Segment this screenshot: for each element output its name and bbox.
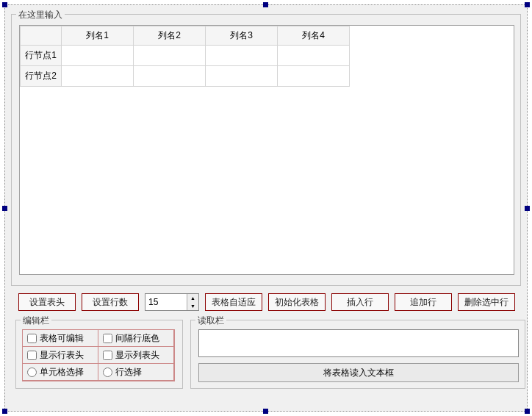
table-groupbox: 在这里输入 列名1 列名2 列名3 列名4 行节点1 行 [11, 14, 521, 286]
checkbox-icon[interactable] [27, 351, 37, 360]
checkbox-icon[interactable] [27, 334, 37, 343]
show-col-header-checkbox[interactable]: 显示列表头 [98, 346, 174, 364]
edit-groupbox: 编辑栏 表格可编辑 间隔行底色 显示行表头 显示列表头 单元格选择 行选择 [15, 320, 183, 389]
col-header[interactable]: 列名4 [278, 26, 350, 46]
radio-icon[interactable] [27, 367, 37, 377]
read-groupbox: 读取栏 将表格读入文本框 [190, 320, 525, 389]
cell-select-radio[interactable]: 单元格选择 [22, 363, 98, 381]
edit-options: 表格可编辑 间隔行底色 显示行表头 显示列表头 单元格选择 行选择 [22, 329, 175, 381]
set-rows-button[interactable]: 设置行数 [82, 293, 139, 311]
read-groupbox-title: 读取栏 [195, 315, 226, 327]
table-cell[interactable] [278, 46, 350, 66]
spin-down-icon[interactable]: ▼ [187, 302, 198, 310]
radio-icon[interactable] [103, 367, 112, 377]
checkbox-icon[interactable] [103, 334, 112, 343]
set-header-button[interactable]: 设置表头 [18, 293, 76, 311]
table-cell[interactable] [278, 66, 350, 87]
checkbox-icon[interactable] [103, 351, 112, 360]
row-count-spinner[interactable]: ▲ ▼ [145, 293, 199, 311]
read-to-textbox-button[interactable]: 将表格读入文本框 [198, 363, 519, 382]
append-row-button[interactable]: 追加行 [395, 293, 452, 311]
col-header[interactable]: 列名2 [134, 26, 206, 46]
init-table-button[interactable]: 初始化表格 [268, 293, 326, 311]
toolbar: 设置表头 设置行数 ▲ ▼ 表格自适应 初始化表格 插入行 追加行 删除选中行 [18, 293, 515, 311]
table-row[interactable]: 行节点1 [21, 46, 350, 66]
row-select-radio[interactable]: 行选择 [98, 363, 174, 381]
data-table[interactable]: 列名1 列名2 列名3 列名4 行节点1 行节点2 [20, 26, 350, 87]
edit-groupbox-title: 编辑栏 [21, 315, 51, 327]
table-cell[interactable] [62, 66, 134, 87]
table-groupbox-title: 在这里输入 [16, 9, 65, 21]
output-textbox[interactable] [198, 329, 519, 357]
altbg-checkbox[interactable]: 间隔行底色 [98, 329, 174, 347]
editable-checkbox[interactable]: 表格可编辑 [22, 329, 98, 347]
row-header[interactable]: 行节点2 [21, 66, 62, 87]
insert-row-button[interactable]: 插入行 [331, 293, 389, 311]
table-corner [21, 26, 62, 46]
autosize-button[interactable]: 表格自适应 [205, 293, 262, 311]
table-cell[interactable] [134, 66, 206, 87]
spin-up-icon[interactable]: ▲ [187, 294, 198, 302]
table-cell[interactable] [134, 46, 206, 66]
table-container[interactable]: 列名1 列名2 列名3 列名4 行节点1 行节点2 [19, 25, 514, 275]
col-header[interactable]: 列名1 [62, 26, 134, 46]
table-cell[interactable] [206, 46, 278, 66]
table-cell[interactable] [206, 66, 278, 87]
table-cell[interactable] [62, 46, 134, 66]
row-count-input[interactable] [145, 294, 187, 310]
col-header[interactable]: 列名3 [206, 26, 278, 46]
show-row-header-checkbox[interactable]: 显示行表头 [22, 346, 98, 364]
designer-canvas: 在这里输入 列名1 列名2 列名3 列名4 行节点1 行 [4, 4, 528, 412]
row-header[interactable]: 行节点1 [21, 46, 62, 66]
delete-row-button[interactable]: 删除选中行 [458, 293, 515, 311]
table-row[interactable]: 行节点2 [21, 66, 350, 87]
